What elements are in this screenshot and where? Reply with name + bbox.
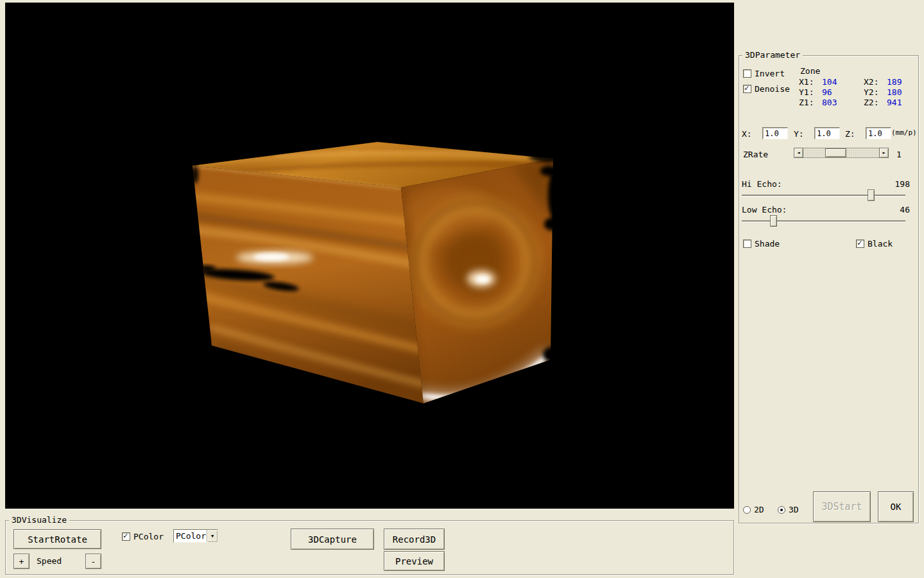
preview-button[interactable]: Preview (384, 551, 445, 571)
visualize-groupbox: 3DVisualize StartRotate ✓ PColor PColor … (5, 520, 734, 575)
zrate-scrollbar-thumb[interactable] (825, 148, 846, 157)
scale-z-label: Z: (845, 129, 855, 139)
ok-button[interactable]: OK (878, 491, 914, 522)
scale-x-input[interactable] (762, 127, 788, 139)
scale-x-label: X: (742, 129, 752, 139)
speed-label: Speed (37, 556, 62, 566)
hi-echo-slider-track[interactable] (742, 195, 905, 196)
zrate-scrollbar-track[interactable] (803, 148, 879, 158)
scale-unit-label: (mm/p) (891, 128, 917, 137)
zone-x2-value: 189 (882, 77, 907, 87)
scale-y-label: Y: (794, 129, 804, 139)
scroll-right-button[interactable]: ► (879, 148, 889, 158)
zone-z1-label: Z1: (799, 98, 817, 107)
volume-3d-render (5, 3, 734, 509)
start3d-button[interactable]: 3DStart (813, 491, 871, 522)
mode-3d-radio-row[interactable]: 3D (778, 505, 799, 514)
mode-2d-label: 2D (754, 505, 764, 514)
denoise-checkbox-row[interactable]: ✓ Denoise (743, 84, 790, 94)
zone-x-row: X1: 104 X2: 189 (799, 76, 907, 87)
speed-minus-button[interactable]: - (85, 554, 101, 569)
speed-plus-button[interactable]: + (13, 554, 30, 569)
zone-label: Zone (800, 66, 907, 76)
mode-2d-radio-row[interactable]: 2D (743, 505, 764, 514)
zone-z1-value: 803 (817, 98, 864, 107)
shade-label: Shade (755, 239, 780, 249)
mode-3d-label: 3D (789, 505, 799, 514)
mode-2d-radio[interactable] (743, 506, 751, 514)
pcolor-dropdown[interactable]: PColor ▼ (173, 529, 218, 543)
low-echo-slider-thumb[interactable] (770, 215, 777, 227)
zone-y-row: Y1: 96 Y2: 180 (799, 87, 907, 97)
shade-checkbox-row[interactable]: Shade (743, 239, 780, 249)
parameter-groupbox-title: 3DParameter (742, 50, 803, 60)
zone-x1-value: 104 (817, 77, 864, 87)
pcolor-checkbox-row[interactable]: ✓ PColor (122, 532, 164, 541)
zone-z-row: Z1: 803 Z2: 941 (799, 97, 907, 107)
hi-echo-value: 198 (888, 179, 910, 189)
check-icon: ✓ (123, 532, 128, 540)
black-checkbox[interactable]: ✓ (856, 240, 864, 248)
pcolor-label: PColor (133, 532, 164, 541)
visualize-groupbox-title: 3DVisualize (9, 515, 69, 525)
hi-echo-label: Hi Echo: (742, 179, 782, 189)
render-viewport[interactable] (5, 3, 734, 509)
low-echo-label: Low Echo: (742, 205, 787, 215)
record-3d-button[interactable]: Record3D (384, 529, 445, 550)
hi-echo-slider-thumb[interactable] (868, 189, 875, 201)
app-window: 3DParameter Invert ✓ Denoise Zone X1: 10… (0, 0, 924, 578)
black-label: Black (868, 239, 893, 249)
low-echo-slider-track[interactable] (742, 220, 905, 222)
pcolor-checkbox[interactable]: ✓ (122, 532, 130, 541)
zone-block: Zone X1: 104 X2: 189 Y1: 96 Y2: 180 Z1: … (799, 66, 907, 107)
zrate-scrollbar[interactable]: ◄ ► (794, 148, 889, 158)
zone-y1-label: Y1: (799, 87, 817, 97)
check-icon: ✓ (744, 84, 749, 92)
parameter-groupbox: 3DParameter Invert ✓ Denoise Zone X1: 10… (739, 55, 919, 523)
zone-y2-value: 180 (882, 87, 907, 97)
black-checkbox-row[interactable]: ✓ Black (856, 239, 893, 249)
low-echo-value: 46 (888, 205, 910, 215)
scroll-left-button[interactable]: ◄ (794, 148, 803, 158)
invert-checkbox-row[interactable]: Invert (743, 69, 785, 78)
denoise-checkbox[interactable]: ✓ (743, 85, 751, 93)
zone-x2-label: X2: (864, 77, 882, 87)
mode-3d-radio[interactable] (778, 506, 785, 514)
scale-y-input[interactable] (814, 127, 840, 139)
zone-z2-value: 941 (882, 98, 907, 107)
scroll-left-icon: ◄ (797, 150, 800, 155)
pcolor-dropdown-value: PColor (174, 530, 207, 542)
zrate-label: ZRate (743, 150, 768, 159)
start-rotate-button[interactable]: StartRotate (13, 529, 101, 549)
invert-checkbox[interactable] (743, 69, 751, 78)
shade-checkbox[interactable] (743, 240, 751, 248)
scale-z-input[interactable] (866, 127, 891, 139)
capture-3d-button[interactable]: 3DCapture (291, 529, 374, 550)
check-icon: ✓ (857, 239, 862, 247)
zrate-value: 1 (896, 150, 902, 159)
zone-x1-label: X1: (799, 77, 817, 87)
scroll-right-icon: ► (882, 150, 885, 155)
pcolor-dropdown-button[interactable]: ▼ (207, 530, 218, 542)
chevron-down-icon: ▼ (211, 534, 214, 539)
denoise-label: Denoise (755, 84, 790, 94)
invert-label: Invert (755, 69, 785, 78)
zone-y2-label: Y2: (864, 87, 882, 97)
zone-y1-value: 96 (817, 87, 864, 97)
zone-z2-label: Z2: (864, 98, 882, 107)
